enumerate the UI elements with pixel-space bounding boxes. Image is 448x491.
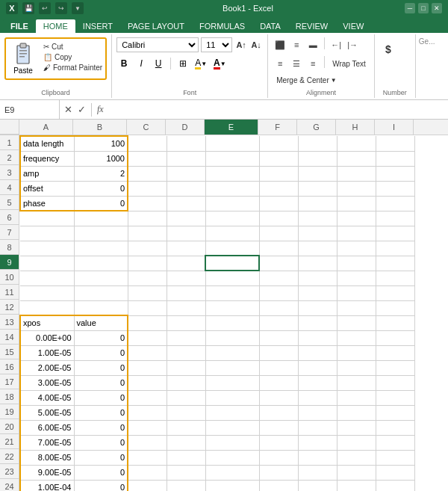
cell-e11[interactable] (205, 285, 259, 300)
cell-i2[interactable] (376, 151, 414, 166)
cell-h14[interactable] (337, 330, 376, 345)
cell-h10[interactable] (337, 271, 376, 285)
cell-b15[interactable]: 0 (74, 345, 128, 360)
cell-e4[interactable] (205, 181, 259, 196)
cell-g4[interactable] (298, 181, 337, 196)
cell-h18[interactable] (337, 390, 376, 405)
cell-d8[interactable] (167, 241, 205, 256)
fill-color-button[interactable]: A ▼ (193, 56, 209, 71)
cell-d22[interactable] (167, 450, 205, 465)
cell-a16[interactable]: 2.00E-05 (20, 360, 74, 375)
cell-f8[interactable] (259, 241, 298, 256)
cell-h7[interactable] (337, 226, 376, 241)
cell-a20[interactable]: 6.00E-05 (20, 420, 74, 435)
cell-h4[interactable] (337, 181, 376, 196)
close-button[interactable]: ✕ (432, 3, 442, 13)
row-header-10[interactable]: 10 (0, 270, 19, 285)
cell-g18[interactable] (298, 390, 337, 405)
cell-h5[interactable] (337, 196, 376, 211)
row-header-8[interactable]: 8 (0, 240, 19, 255)
cell-a8[interactable] (20, 241, 74, 256)
cell-g6[interactable] (298, 211, 337, 226)
cell-f3[interactable] (259, 166, 298, 181)
cell-f21[interactable] (259, 435, 298, 450)
cell-e23[interactable] (205, 465, 259, 480)
cell-f22[interactable] (259, 450, 298, 465)
confirm-formula-icon[interactable]: ✓ (76, 102, 87, 117)
cell-e17[interactable] (205, 375, 259, 390)
cell-c23[interactable] (128, 465, 167, 480)
cell-d19[interactable] (167, 405, 205, 420)
cell-g1[interactable] (298, 136, 337, 151)
cell-f17[interactable] (259, 375, 298, 390)
tab-file[interactable]: FILE (3, 19, 36, 33)
row-header-11[interactable]: 11 (0, 285, 19, 300)
row-header-16[interactable]: 16 (0, 359, 19, 374)
decrease-font-size-button[interactable]: A↓ (249, 38, 263, 52)
cell-i17[interactable] (376, 375, 414, 390)
cell-b5[interactable]: 0 (74, 196, 128, 211)
tab-page-layout[interactable]: PAGE LAYOUT (120, 19, 192, 33)
cell-b24[interactable]: 0 (74, 480, 128, 491)
cell-h1[interactable] (337, 136, 376, 151)
insert-function-icon[interactable]: fx (96, 102, 105, 117)
tab-home[interactable]: HOME (36, 19, 75, 33)
cell-h19[interactable] (337, 405, 376, 420)
copy-button[interactable]: 📋 Copy (42, 52, 104, 62)
cell-g22[interactable] (298, 450, 337, 465)
cell-d1[interactable] (167, 136, 205, 151)
cell-i20[interactable] (376, 420, 414, 435)
cell-b9[interactable] (74, 256, 128, 271)
cell-e20[interactable] (205, 420, 259, 435)
row-header-22[interactable]: 22 (0, 449, 19, 464)
cell-a12[interactable] (20, 300, 74, 315)
accounting-format-button[interactable]: $ (379, 40, 397, 58)
cell-e19[interactable] (205, 405, 259, 420)
cell-i22[interactable] (376, 450, 414, 465)
cell-d11[interactable] (167, 285, 205, 300)
cell-i9[interactable] (376, 256, 414, 271)
cell-g3[interactable] (298, 166, 337, 181)
cell-c12[interactable] (128, 300, 167, 315)
grid-scroll[interactable]: data length100frequency1000amp2offset0ph… (19, 135, 448, 491)
row-header-21[interactable]: 21 (0, 434, 19, 449)
cancel-formula-icon[interactable]: ✕ (63, 102, 74, 117)
cell-a11[interactable] (20, 285, 74, 300)
increase-font-size-button[interactable]: A↑ (234, 38, 248, 52)
row-header-24[interactable]: 24 (0, 479, 19, 491)
cell-e12[interactable] (205, 300, 259, 315)
cell-f11[interactable] (259, 285, 298, 300)
cell-i15[interactable] (376, 345, 414, 360)
cell-d23[interactable] (167, 465, 205, 480)
cell-i19[interactable] (376, 405, 414, 420)
font-size-select[interactable]: 11 (201, 37, 232, 52)
cell-b22[interactable]: 0 (74, 450, 128, 465)
cell-d4[interactable] (167, 181, 205, 196)
cell-h16[interactable] (337, 360, 376, 375)
cell-g24[interactable] (298, 480, 337, 491)
minimize-button[interactable]: ─ (405, 3, 415, 13)
row-header-14[interactable]: 14 (0, 330, 19, 345)
cell-a17[interactable]: 3.00E-05 (20, 375, 74, 390)
cell-c18[interactable] (128, 390, 167, 405)
cell-f19[interactable] (259, 405, 298, 420)
format-painter-button[interactable]: 🖌 Format Painter (42, 63, 104, 72)
cell-e6[interactable] (205, 211, 259, 226)
cell-g15[interactable] (298, 345, 337, 360)
cell-h22[interactable] (337, 450, 376, 465)
cell-h15[interactable] (337, 345, 376, 360)
cell-c6[interactable] (128, 211, 167, 226)
row-header-6[interactable]: 6 (0, 210, 19, 225)
cell-e21[interactable] (205, 435, 259, 450)
cell-c7[interactable] (128, 226, 167, 241)
cell-b20[interactable]: 0 (74, 420, 128, 435)
row-header-18[interactable]: 18 (0, 389, 19, 404)
cell-a15[interactable]: 1.00E-05 (20, 345, 74, 360)
cell-d6[interactable] (167, 211, 205, 226)
row-header-12[interactable]: 12 (0, 300, 19, 315)
cell-a18[interactable]: 4.00E-05 (20, 390, 74, 405)
cell-a4[interactable]: offset (20, 181, 74, 196)
cell-c14[interactable] (128, 330, 167, 345)
cell-i23[interactable] (376, 465, 414, 480)
cell-e1[interactable] (205, 136, 259, 151)
